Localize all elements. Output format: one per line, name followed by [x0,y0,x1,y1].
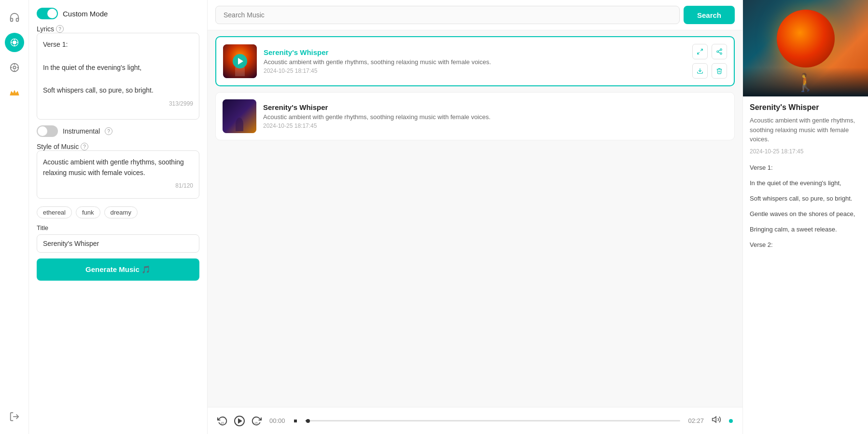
search-bar: Search [208,0,742,30]
song-desc-1: Acoustic ambient with gentle rhythms, so… [264,58,686,66]
title-group: Title [37,224,199,253]
svg-line-9 [700,49,702,51]
right-song-title: Serenity's Whisper [750,103,861,112]
lyrics-box[interactable]: Verse 1: In the quiet of the evening's l… [37,33,199,120]
style-box[interactable]: Acoustic ambient with gentle rhythms, so… [37,150,199,199]
custom-mode-label: Custom Mode [63,10,108,18]
right-lyrics: Verse 1: In the quiet of the evening's l… [750,162,861,251]
left-panel: Custom Mode Lyrics ? Verse 1: In the qui… [29,0,208,434]
tag-funk[interactable]: funk [76,206,100,218]
svg-point-0 [13,41,16,44]
rewind-button[interactable]: 15 [217,416,228,426]
disc-icon-btn[interactable] [5,58,24,77]
song-date-1: 2024-10-25 18:17:45 [264,68,686,74]
volume-button[interactable] [712,415,721,427]
song-card-2[interactable]: Serenity's Whisper Acoustic ambient with… [215,92,735,140]
forward-button[interactable]: 15 [251,416,262,426]
player-controls: 15 15 [217,415,262,427]
right-song-desc: Acoustic ambient with gentle rhythms, so… [750,116,861,144]
lyrics-section: Lyrics ? Verse 1: In the quiet of the ev… [37,25,199,120]
lyrics-line-3: Soft whispers call, so pure, so bright. [750,192,861,205]
svg-point-7 [13,66,16,69]
instrumental-label: Instrumental [63,127,100,135]
logout-icon-btn[interactable] [5,407,24,426]
style-text: Acoustic ambient with gentle rhythms, so… [43,157,193,178]
svg-point-12 [717,51,719,53]
tags-row: ethereal funk dreamy [37,206,199,218]
search-button[interactable]: Search [684,6,735,24]
main-content: Search Serenity's Whisper Acoustic ambie… [208,0,742,434]
svg-text:15: 15 [254,421,257,424]
svg-line-14 [718,52,720,53]
search-input[interactable] [215,6,680,24]
lyrics-char-count: 313/2999 [43,100,193,107]
volume-dot [729,419,733,423]
right-song-date: 2024-10-25 18:17:45 [750,148,861,155]
song-thumb-2 [223,99,256,133]
lyrics-line-5: Bringing calm, a sweet release. [750,223,861,236]
custom-mode-toggle[interactable] [37,8,58,19]
time-total: 02:27 [688,417,704,424]
play-pause-button[interactable] [234,415,245,427]
svg-point-11 [720,49,722,51]
action-row-bottom-1 [692,63,727,79]
custom-mode-row: Custom Mode [37,8,199,19]
song-thumb-1 [223,44,257,78]
cover-moon [777,10,835,68]
lyrics-line-2: In the quiet of the evening's light, [750,177,861,190]
toggle-knob [47,9,57,18]
lyrics-line-1: Verse 1: [750,162,861,174]
svg-marker-21 [713,417,716,422]
time-separator [294,420,297,422]
title-label: Title [37,224,199,231]
style-section: Style of Music ? Acoustic ambient with g… [37,143,199,199]
lyrics-line-4: Gentle waves on the shores of peace, [750,208,861,220]
headphones-icon-btn[interactable] [5,8,24,27]
song-info-2: Serenity's Whisper Acoustic ambient with… [263,103,728,129]
style-char-count: 81/120 [43,182,193,189]
tag-dreamy[interactable]: dreamy [104,206,138,218]
music-icon-btn[interactable] [5,33,24,52]
song-card-1[interactable]: Serenity's Whisper Acoustic ambient with… [215,36,735,86]
play-button-1[interactable] [233,54,247,68]
svg-marker-19 [238,419,241,423]
lyrics-text: Verse 1: In the quiet of the evening's l… [43,39,193,96]
title-input[interactable] [37,234,199,253]
right-cover: 🚶 [743,0,868,96]
lyrics-line-6: Verse 2: [750,239,861,251]
expand-icon-btn-1[interactable] [692,44,708,59]
svg-line-10 [698,52,700,54]
share-icon-btn-1[interactable] [712,44,727,59]
tag-ethereal[interactable]: ethereal [37,206,72,218]
song-title-1: Serenity's Whisper [264,48,686,56]
svg-point-13 [720,53,722,54]
delete-icon-btn-1[interactable] [712,63,727,79]
style-label: Style of Music ? [37,143,199,150]
right-info: Serenity's Whisper Acoustic ambient with… [743,96,868,261]
song-actions-1 [692,44,727,79]
crown-icon-btn[interactable] [5,83,24,102]
cover-figure: 🚶 [795,72,816,93]
svg-text:15: 15 [221,421,224,424]
generate-music-button[interactable]: Generate Music 🎵 [37,258,199,281]
action-row-top-1 [692,44,727,59]
instrumental-toggle[interactable] [37,125,58,137]
sidebar [0,0,29,434]
time-current: 00:00 [269,417,285,424]
songs-list: Serenity's Whisper Acoustic ambient with… [208,30,742,407]
play-overlay-1 [223,44,257,78]
lyrics-label: Lyrics ? [37,25,199,33]
play-triangle-icon [238,58,243,65]
progress-bar[interactable] [306,420,681,421]
progress-dot [306,419,310,423]
song-info-1: Serenity's Whisper Acoustic ambient with… [264,48,686,74]
song-title-2: Serenity's Whisper [263,103,728,111]
song-date-2: 2024-10-25 18:17:45 [263,122,728,129]
download-icon-btn-1[interactable] [692,63,708,79]
style-help-icon[interactable]: ? [81,143,88,150]
lyrics-help-icon[interactable]: ? [56,25,64,33]
svg-line-15 [718,50,720,51]
instrumental-row: Instrumental ? [37,125,199,137]
song-desc-2: Acoustic ambient with gentle rhythms, so… [263,113,728,121]
instrumental-help-icon[interactable]: ? [105,127,112,135]
